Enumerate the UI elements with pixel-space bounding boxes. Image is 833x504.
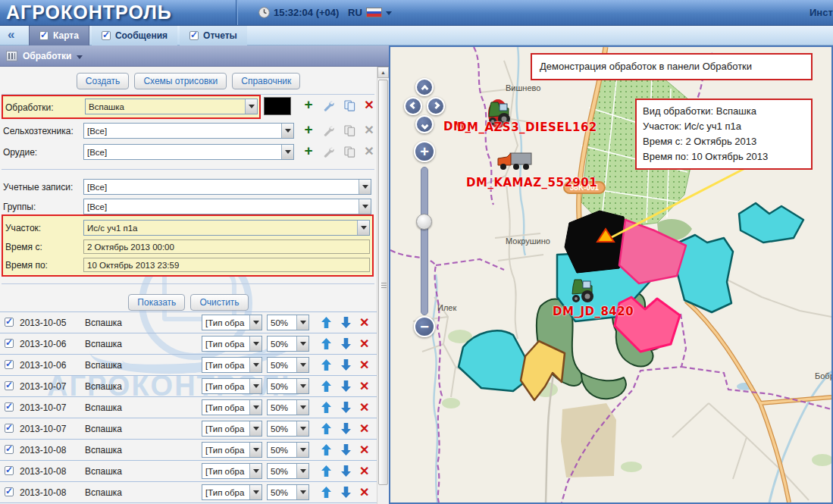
dropdown-arrow-icon[interactable] (357, 221, 369, 235)
show-button[interactable]: Показать (128, 294, 185, 311)
row-delete-icon[interactable]: ✕ (359, 421, 369, 436)
move-down-icon[interactable] (341, 487, 351, 498)
add-machinery-icon[interactable]: + (302, 123, 315, 136)
vehicle-tractor-jd[interactable] (572, 280, 593, 302)
add-treatment-icon[interactable]: + (302, 98, 315, 111)
row-opacity-select[interactable]: 50% (267, 315, 309, 330)
row-checkbox[interactable] (5, 381, 14, 390)
treatments-select[interactable]: Вспашка (85, 99, 258, 114)
language-flag-icon[interactable] (366, 8, 382, 17)
row-type-select[interactable]: [Тип обра (202, 336, 262, 352)
row-delete-icon[interactable]: ✕ (359, 337, 369, 351)
move-up-icon[interactable] (321, 465, 331, 477)
move-up-icon[interactable] (321, 317, 331, 328)
dropdown-arrow-icon[interactable] (245, 99, 257, 114)
zoom-slider-thumb[interactable] (416, 214, 432, 230)
zoom-out-button[interactable]: − (414, 316, 435, 337)
move-down-icon[interactable] (341, 423, 351, 434)
row-opacity-select[interactable]: 50% (267, 399, 309, 415)
row-type-select[interactable]: [Тип обра (202, 315, 262, 330)
row-checkbox[interactable] (5, 466, 14, 475)
draw-schemes-button[interactable]: Схемы отрисовки (134, 73, 227, 89)
dropdown-arrow-icon[interactable] (296, 443, 308, 457)
collapse-sidebar-button[interactable]: « (8, 27, 14, 42)
dropdown-arrow-icon[interactable] (296, 485, 308, 499)
row-checkbox[interactable] (5, 339, 14, 348)
row-checkbox[interactable] (5, 487, 14, 496)
move-up-icon[interactable] (321, 444, 331, 455)
dropdown-arrow-icon[interactable] (249, 464, 261, 478)
row-opacity-select[interactable]: 50% (267, 357, 309, 373)
pan-up-button[interactable] (415, 78, 434, 96)
vehicle-label[interactable]: DM_AZS3_DIESEL162 (457, 121, 597, 134)
row-checkbox[interactable] (5, 360, 14, 369)
dropdown-arrow-icon[interactable] (249, 443, 261, 457)
row-checkbox[interactable] (5, 318, 14, 327)
move-down-icon[interactable] (341, 359, 351, 371)
row-type-select[interactable]: [Тип обра (202, 442, 262, 458)
dropdown-arrow-icon[interactable] (296, 315, 308, 330)
accounts-select[interactable]: [Все] (83, 179, 371, 195)
row-checkbox[interactable] (5, 402, 14, 412)
dropdown-arrow-icon[interactable] (359, 180, 371, 194)
panel-scrollbar[interactable]: ▲ (377, 67, 389, 504)
row-delete-icon[interactable]: ✕ (359, 464, 369, 478)
pan-down-button[interactable] (415, 115, 434, 133)
plot-select[interactable]: Ис/с уч1 п1а (83, 220, 370, 236)
row-checkbox[interactable] (5, 424, 14, 433)
dropdown-arrow-icon[interactable] (296, 379, 308, 393)
tab-map-checkbox[interactable] (39, 31, 49, 40)
zoom-slider-track[interactable] (421, 167, 428, 315)
pan-left-button[interactable] (404, 97, 422, 115)
row-type-select[interactable]: [Тип обра (202, 357, 262, 373)
row-opacity-select[interactable]: 50% (267, 378, 309, 394)
language-dropdown-caret-icon[interactable] (386, 11, 392, 15)
dropdown-arrow-icon[interactable] (281, 145, 293, 159)
time-from-input[interactable]: 2 Октябрь 2013 00:00 (83, 239, 370, 254)
row-type-select[interactable]: [Тип обра (202, 378, 262, 394)
row-opacity-select[interactable]: 50% (267, 336, 309, 352)
move-down-icon[interactable] (341, 338, 351, 349)
row-type-select[interactable]: [Тип обра (202, 421, 262, 437)
tab-map[interactable]: Карта (29, 26, 89, 45)
tab-reports[interactable]: Отчеты (180, 26, 247, 45)
pan-right-button[interactable] (427, 97, 445, 115)
dropdown-arrow-icon[interactable] (359, 199, 371, 214)
tab-messages[interactable]: Сообщения (92, 26, 177, 45)
machinery-select[interactable]: [Все] (83, 123, 294, 139)
move-down-icon[interactable] (341, 444, 351, 455)
dropdown-arrow-icon[interactable] (296, 464, 308, 478)
row-type-select[interactable]: [Тип обра (202, 399, 262, 415)
copy-implement-icon[interactable] (343, 145, 356, 158)
scrollbar-thumb[interactable] (378, 80, 388, 485)
row-opacity-select[interactable]: 50% (267, 442, 309, 458)
row-delete-icon[interactable]: ✕ (359, 358, 369, 372)
edit-treatment-wrench-icon[interactable] (321, 99, 335, 112)
reference-button[interactable]: Справочник (232, 73, 300, 89)
time-to-input[interactable]: 10 Октябрь 2013 23:59 (83, 258, 370, 272)
dropdown-arrow-icon[interactable] (249, 337, 261, 351)
move-up-icon[interactable] (321, 423, 331, 434)
clear-button[interactable]: Очистить (190, 294, 248, 311)
move-up-icon[interactable] (321, 402, 331, 413)
header-right-text[interactable]: Инст (810, 7, 833, 18)
row-checkbox[interactable] (5, 445, 14, 454)
move-down-icon[interactable] (341, 380, 351, 392)
move-down-icon[interactable] (341, 317, 351, 328)
dropdown-arrow-icon[interactable] (281, 124, 293, 138)
move-down-icon[interactable] (341, 402, 351, 413)
dropdown-arrow-icon[interactable] (296, 358, 308, 372)
edit-machinery-wrench-icon[interactable] (321, 124, 335, 137)
implement-select[interactable]: [Все] (83, 144, 294, 160)
scroll-up-icon[interactable]: ▲ (377, 67, 389, 78)
row-delete-icon[interactable]: ✕ (359, 315, 369, 330)
dropdown-arrow-icon[interactable] (249, 421, 261, 436)
move-up-icon[interactable] (321, 359, 331, 371)
dropdown-arrow-icon[interactable] (296, 421, 308, 436)
move-up-icon[interactable] (321, 487, 331, 498)
edit-implement-wrench-icon[interactable] (321, 145, 335, 158)
row-type-select[interactable]: [Тип обра (202, 484, 262, 500)
row-opacity-select[interactable]: 50% (267, 484, 309, 500)
dropdown-arrow-icon[interactable] (249, 400, 261, 415)
copy-machinery-icon[interactable] (343, 124, 356, 137)
